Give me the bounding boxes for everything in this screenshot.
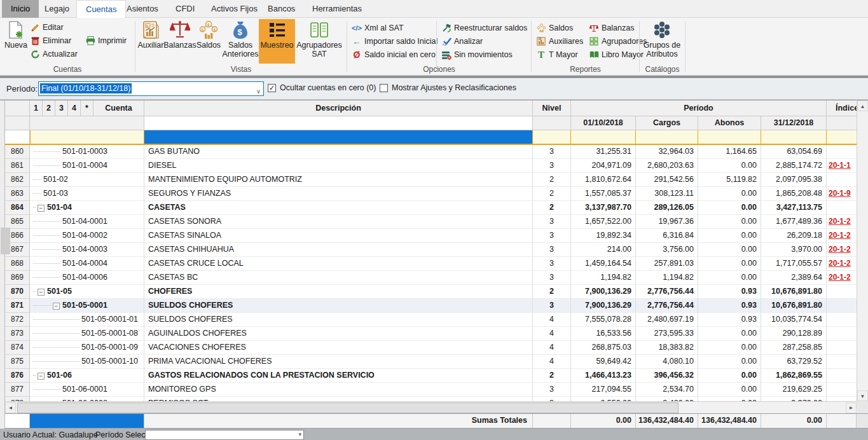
tab-activos-fijos[interactable]: Activos Fijos <box>202 0 266 18</box>
account-description[interactable]: AGUINALDOS CHOFERES <box>144 327 533 341</box>
row-number[interactable]: 871 <box>5 299 30 313</box>
column-header-saldo-final[interactable]: 31/12/2018 <box>761 116 827 130</box>
account-code-cell[interactable]: 501-01-0003 <box>30 145 144 159</box>
tab-herramientas[interactable]: Herramientas <box>303 0 371 18</box>
table-row[interactable]: 862 501-02 MANTENIMIENTO EQUIPO AUTOMOTR… <box>5 173 857 187</box>
table-row[interactable]: 870 −501-05 CHOFERES 2 7,900,136.29 2,77… <box>5 285 857 299</box>
hide-zero-checkbox[interactable]: ✓ Ocultar cuentas en cero (0) <box>268 83 376 92</box>
tab-legajo[interactable]: Legajo <box>36 0 78 18</box>
sin-movimientos-button[interactable]: Sin movimientos <box>441 48 513 61</box>
collapse-box-icon[interactable]: − <box>53 303 60 310</box>
row-number[interactable]: 870 <box>5 285 30 299</box>
table-row[interactable]: 868 501-04-0004 CASETAS CRUCE LOCAL 3 1,… <box>5 257 857 271</box>
totals-selected-cell[interactable] <box>30 414 144 428</box>
filter-cell-abonos[interactable] <box>698 130 761 144</box>
row-number[interactable]: 868 <box>5 257 30 271</box>
row-number[interactable]: 878 <box>5 397 30 401</box>
account-code-cell[interactable]: 501-06-0002 <box>30 397 144 401</box>
account-description[interactable]: VACACIONES CHOFERES <box>144 341 533 355</box>
table-row[interactable]: 866 501-04-0002 CASETAS SINALOA 3 19,892… <box>5 229 857 243</box>
filter-cell-indice[interactable] <box>827 130 857 144</box>
saldo-cero-button[interactable]: Ø Saldo inicial en cero <box>351 48 436 61</box>
table-row[interactable]: 867 501-04-0003 CASETAS CHIHUAHUA 3 214.… <box>5 243 857 257</box>
row-number[interactable]: 869 <box>5 271 30 285</box>
filter-cell-nivel[interactable] <box>533 130 571 144</box>
account-code-cell[interactable]: −501-05 <box>30 285 144 299</box>
account-description[interactable]: PERMISOS SCT <box>144 397 533 401</box>
row-number[interactable]: 860 <box>5 145 30 159</box>
account-description[interactable]: DIESEL <box>144 159 533 173</box>
account-code-cell[interactable]: −501-05-0001 <box>30 299 144 313</box>
row-number[interactable]: 874 <box>5 341 30 355</box>
row-number[interactable]: 862 <box>5 173 30 187</box>
account-code-cell[interactable]: 501-04-0002 <box>30 229 144 243</box>
account-description[interactable]: GAS BUTANO <box>144 145 533 159</box>
level-button-4[interactable]: 4 <box>68 100 81 116</box>
account-description[interactable]: MANTENIMIENTO EQUIPO AUTOMOTRIZ <box>144 173 533 187</box>
account-code-cell[interactable]: 501-05-0001-08 <box>30 327 144 341</box>
status-period-combobox[interactable]: ▾ <box>145 430 304 440</box>
imprimir-button[interactable]: Imprimir <box>85 34 127 47</box>
row-number[interactable]: 863 <box>5 187 30 201</box>
agrupadores-sat-button[interactable]: Agrupadores SAT <box>296 19 342 64</box>
account-description[interactable]: CASETAS SONORA <box>144 215 533 229</box>
reporte-libro-mayor-button[interactable]: Libro Mayor <box>588 48 644 61</box>
nueva-button[interactable]: Nueva <box>3 19 29 64</box>
account-description[interactable]: CASETAS CHIHUAHUA <box>144 243 533 257</box>
column-header-periodo[interactable]: Período <box>571 100 827 116</box>
muestreo-button[interactable]: Muestreo <box>259 19 295 64</box>
table-row[interactable]: 878 501-06-0002 PERMISOS SCT 3 6,550.00 … <box>5 397 857 401</box>
reporte-agrupadores-button[interactable]: Agrupadores <box>588 35 647 48</box>
indice-link[interactable]: 20-1-2 <box>829 245 851 254</box>
account-code-cell[interactable]: 501-04-0001 <box>30 215 144 229</box>
account-description[interactable]: PRIMA VACACIONAL CHOFERES <box>144 355 533 369</box>
account-code-cell[interactable]: 501-01-0004 <box>30 159 144 173</box>
indice-link[interactable]: 20-1-1 <box>829 161 851 170</box>
reporte-auxiliares-button[interactable]: 15 Auxiliares <box>535 35 583 48</box>
vertical-scrollbar[interactable]: ▲ ▼ <box>857 100 868 401</box>
row-number[interactable]: 861 <box>5 159 30 173</box>
account-code-cell[interactable]: 501-04-0006 <box>30 271 144 285</box>
table-row[interactable]: 871 −501-05-0001 SUELDOS CHOFERES 3 7,90… <box>5 299 857 313</box>
auxiliar-button[interactable]: $ Auxiliar <box>136 19 165 64</box>
column-header-indice[interactable]: Índice <box>827 100 857 116</box>
account-code-cell[interactable]: 501-02 <box>30 173 144 187</box>
collapse-box-icon[interactable]: − <box>38 205 45 212</box>
editar-button[interactable]: Editar <box>29 21 64 34</box>
row-number[interactable]: 876 <box>5 369 30 383</box>
scroll-left-icon[interactable]: ◄ <box>5 402 16 413</box>
balanzas-button[interactable]: Balanzas <box>164 19 196 64</box>
eliminar-button[interactable]: Eliminar <box>29 34 71 47</box>
row-number[interactable]: 877 <box>5 383 30 397</box>
table-row[interactable]: 864 −501-04 CASETAS 2 3,137,987.70 289,1… <box>5 201 857 215</box>
reporte-t-mayor-button[interactable]: T T Mayor <box>535 48 578 61</box>
account-code-cell[interactable]: 501-03 <box>30 187 144 201</box>
reestructurar-button[interactable]: Reestructurar saldos <box>441 22 527 34</box>
period-combobox[interactable]: Final (01/10/18-31/12/18) ∨ <box>38 81 264 96</box>
table-row[interactable]: 877 501-06-0001 MONITOREO GPS 3 217,094.… <box>5 383 857 397</box>
account-description[interactable]: CASETAS SINALOA <box>144 229 533 243</box>
xml-al-sat-button[interactable]: </> Xml al SAT <box>351 22 404 34</box>
horizontal-scrollbar[interactable]: ◄ ► <box>5 401 857 413</box>
account-code-cell[interactable]: −501-04 <box>30 201 144 215</box>
indice-link[interactable]: 20-1-2 <box>829 273 851 282</box>
reporte-saldos-button[interactable]: Saldos <box>535 22 573 34</box>
table-row[interactable]: 869 501-04-0006 CASETAS BC 3 1,194.82 1,… <box>5 271 857 285</box>
account-description[interactable]: CASETAS BC <box>144 271 533 285</box>
account-code-cell[interactable]: 501-05-0001-01 <box>30 313 144 327</box>
row-number[interactable]: 872 <box>5 313 30 327</box>
account-description[interactable]: MONITOREO GPS <box>144 383 533 397</box>
account-description[interactable]: CHOFERES <box>144 285 533 299</box>
column-header-saldo-inicial[interactable]: 01/10/2018 <box>571 116 636 130</box>
column-header-abonos[interactable]: Abonos <box>698 116 761 130</box>
table-row[interactable]: 865 501-04-0001 CASETAS SONORA 3 1,657,5… <box>5 215 857 229</box>
collapse-box-icon[interactable]: − <box>38 373 45 380</box>
account-description[interactable]: SUELDOS CHOFERES <box>144 313 533 327</box>
account-description[interactable]: CASETAS CRUCE LOCAL <box>144 257 533 271</box>
level-button-2[interactable]: 2 <box>43 100 55 116</box>
filter-cell-saldo-inicial[interactable] <box>571 130 636 144</box>
show-adjustments-checkbox[interactable]: Mostrar Ajustes y Reclasificaciones <box>380 83 516 92</box>
level-button-all[interactable]: * <box>81 100 93 116</box>
scroll-down-icon[interactable]: ▼ <box>857 390 868 401</box>
table-row[interactable]: 874 501-05-0001-09 VACACIONES CHOFERES 4… <box>5 341 857 355</box>
